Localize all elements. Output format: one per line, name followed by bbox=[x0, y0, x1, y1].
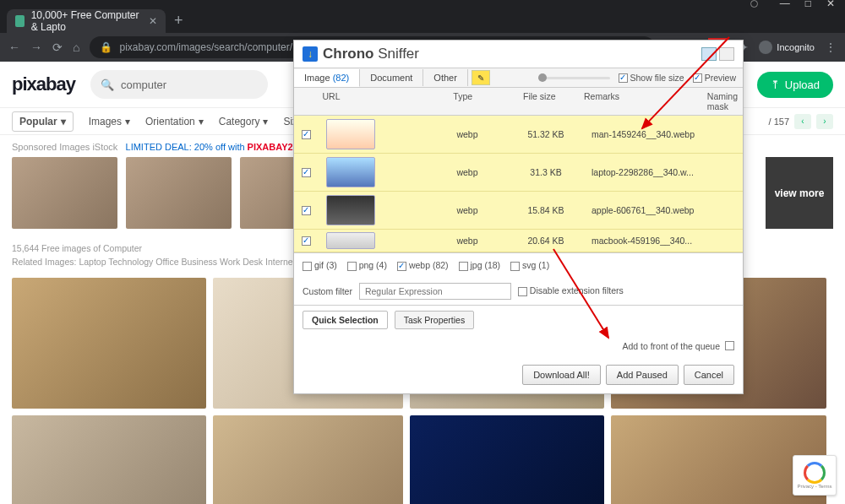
preview-checkbox[interactable]: Preview bbox=[693, 73, 736, 84]
result-image[interactable] bbox=[12, 278, 206, 409]
row-checkbox[interactable] bbox=[302, 168, 311, 177]
window-close[interactable]: ✕ bbox=[826, 0, 835, 8]
incognito-icon bbox=[759, 41, 772, 54]
page-total: / 157 bbox=[769, 117, 789, 127]
queue-label: Add to front of the queue bbox=[622, 341, 720, 351]
home-icon[interactable]: ⌂ bbox=[73, 41, 79, 54]
upload-label: Upload bbox=[785, 79, 820, 91]
custom-filter-label: Custom filter bbox=[303, 286, 352, 296]
chevron-down-icon: ▾ bbox=[125, 116, 130, 127]
filter-images[interactable]: Images▾ bbox=[89, 116, 130, 127]
upload-button[interactable]: ⤒ Upload bbox=[757, 72, 833, 98]
sponsored-image[interactable] bbox=[12, 157, 117, 229]
table-row[interactable]: webp 31.3 KB laptop-2298286__340.w... bbox=[294, 154, 743, 192]
row-checkbox[interactable] bbox=[302, 236, 311, 246]
result-image[interactable] bbox=[410, 415, 604, 505]
custom-filter-input[interactable] bbox=[359, 283, 511, 300]
recaptcha-icon bbox=[804, 462, 826, 484]
upload-icon: ⤒ bbox=[771, 79, 780, 91]
thumbnail-icon bbox=[326, 195, 375, 225]
task-properties-button[interactable]: Task Properties bbox=[395, 311, 474, 329]
quick-selection-button[interactable]: Quick Selection bbox=[303, 311, 388, 329]
tab-other[interactable]: Other bbox=[423, 69, 468, 86]
back-icon[interactable]: ← bbox=[8, 41, 20, 54]
filter-popular[interactable]: Popular▾ bbox=[12, 111, 74, 132]
thumbnail-icon bbox=[326, 232, 375, 249]
filter-category[interactable]: Category▾ bbox=[219, 116, 269, 127]
tab-title: 10,000+ Free Computer & Lapto bbox=[31, 9, 142, 33]
window-restore-dot[interactable] bbox=[750, 0, 758, 8]
sponsored-image[interactable] bbox=[126, 157, 232, 229]
chevron-down-icon: ▾ bbox=[263, 116, 268, 127]
incognito-label: Incognito bbox=[777, 42, 815, 52]
tab-document[interactable]: Document bbox=[360, 69, 423, 86]
row-checkbox[interactable] bbox=[302, 206, 311, 215]
thumbnail-icon bbox=[326, 119, 375, 149]
table-row[interactable]: webp 15.84 KB apple-606761__340.webp bbox=[294, 192, 743, 230]
show-file-size-checkbox[interactable]: Show file size bbox=[619, 73, 684, 84]
sponsor-code: PIXABAY20 bbox=[248, 142, 298, 152]
popup-title: Chrono Sniffer bbox=[323, 46, 419, 62]
row-checkbox[interactable] bbox=[302, 130, 311, 139]
close-tab-icon[interactable]: ✕ bbox=[149, 15, 157, 27]
add-paused-button[interactable]: Add Paused bbox=[606, 365, 679, 385]
new-tab-button[interactable]: + bbox=[174, 12, 183, 30]
thumbnail-icon bbox=[326, 157, 375, 187]
sponsor-deal-link[interactable]: LIMITED DEAL: 20% off with bbox=[126, 142, 248, 152]
recaptcha-badge[interactable]: Privacy - Terms bbox=[793, 455, 837, 496]
page-next-button[interactable]: › bbox=[816, 114, 833, 129]
edit-button[interactable]: ✎ bbox=[472, 70, 490, 85]
filter-jpg[interactable]: jpg (18) bbox=[459, 260, 501, 271]
table-header: URL Type File size Remarks Naming mask bbox=[294, 88, 743, 116]
search-input[interactable]: 🔍 computer bbox=[90, 70, 268, 99]
search-value: computer bbox=[121, 79, 166, 91]
favicon-icon bbox=[15, 15, 25, 27]
incognito-indicator[interactable]: Incognito bbox=[759, 41, 815, 54]
filter-webp[interactable]: webp (82) bbox=[397, 260, 449, 271]
url-text: pixabay.com/images/search/computer/ bbox=[119, 41, 292, 53]
result-image[interactable] bbox=[12, 415, 206, 505]
size-slider[interactable] bbox=[538, 77, 610, 79]
queue-checkbox[interactable] bbox=[725, 341, 734, 350]
view-grid-button[interactable] bbox=[719, 47, 734, 61]
tab-image[interactable]: Image (82) bbox=[294, 69, 360, 87]
filter-png[interactable]: png (4) bbox=[347, 260, 387, 271]
chrono-sniffer-popup: ↓ Chrono Sniffer Image (82) Document Oth… bbox=[293, 40, 744, 394]
search-icon: 🔍 bbox=[101, 79, 114, 91]
filter-orientation[interactable]: Orientation▾ bbox=[145, 116, 204, 127]
view-list-button[interactable] bbox=[701, 47, 717, 61]
table-row[interactable]: webp 51.32 KB man-1459246__340.webp bbox=[294, 116, 743, 154]
result-image[interactable] bbox=[213, 415, 403, 505]
browser-tab[interactable]: 10,000+ Free Computer & Lapto ✕ bbox=[7, 9, 166, 33]
window-minimize[interactable]: — bbox=[780, 0, 790, 8]
disable-ext-checkbox[interactable]: Disable extension filters bbox=[518, 285, 624, 296]
reload-icon[interactable]: ⟳ bbox=[52, 41, 63, 54]
table-row[interactable]: webp 20.64 KB macbook-459196__340... bbox=[294, 230, 743, 252]
forward-icon[interactable]: → bbox=[30, 41, 42, 54]
download-all-button[interactable]: Download All! bbox=[522, 365, 601, 385]
chevron-down-icon: ▾ bbox=[61, 116, 66, 127]
lock-icon: 🔒 bbox=[100, 41, 112, 53]
pixabay-logo[interactable]: pixabay bbox=[12, 73, 75, 95]
chevron-down-icon: ▾ bbox=[199, 116, 204, 127]
view-more-button[interactable]: view more bbox=[766, 157, 833, 229]
chrono-logo-icon: ↓ bbox=[303, 46, 318, 62]
filter-svg[interactable]: svg (1) bbox=[510, 260, 549, 271]
cancel-button[interactable]: Cancel bbox=[684, 365, 734, 385]
page-prev-button[interactable]: ‹ bbox=[794, 114, 811, 129]
filter-gif[interactable]: gif (3) bbox=[303, 260, 337, 271]
menu-icon[interactable]: ⋮ bbox=[825, 41, 837, 54]
window-maximize[interactable]: □ bbox=[805, 0, 811, 8]
